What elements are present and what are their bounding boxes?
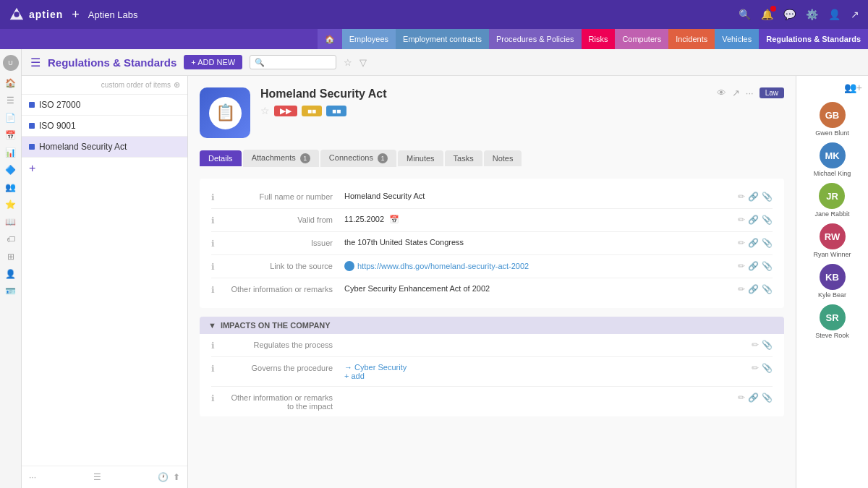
field-info-icon: ℹ [211,393,229,403]
sidebar-chart-icon[interactable]: 📊 [5,147,16,158]
footer-dots-icon[interactable]: ··· [29,472,36,482]
notification-icon[interactable]: 🔔 [761,9,773,20]
attach-icon[interactable]: 📎 [762,215,773,225]
edit-icon[interactable]: ✏ [752,363,759,373]
attach-icon[interactable]: 📎 [762,363,773,373]
expand-icon[interactable]: ↗ [851,9,859,20]
item-label: ISO 27000 [39,100,80,110]
attach-icon[interactable]: 📎 [762,393,773,403]
chat-icon[interactable]: 💬 [783,9,796,20]
field-label: Other information or remarks to the impa… [229,393,344,411]
list-item[interactable]: ISO 27000 [22,95,187,116]
view-icon[interactable]: 👁 [717,87,726,98]
field-actions: ✏ 🔗 📎 [738,284,773,294]
sidebar-people-icon[interactable]: 👥 [5,182,16,192]
tab-home[interactable]: 🏠 [318,29,342,49]
footer-clock-icon[interactable]: 🕐 [158,472,169,482]
edit-icon[interactable]: ✏ [738,284,745,294]
add-procedure-link[interactable]: + add [344,372,365,380]
tab-regulations[interactable]: Regulations & Standards [759,29,868,49]
more-icon[interactable]: ··· [746,87,754,98]
page-header: ☰ Regulations & Standards + ADD NEW ☆ ▽ [22,49,868,76]
field-actions: ✏ 📎 [752,363,773,373]
avatar-name-steve: Steve Rook [815,332,849,339]
sidebar-cal-icon[interactable]: 📅 [5,130,16,140]
sidebar-book-icon[interactable]: 📖 [5,217,16,227]
sidebar-id-icon[interactable]: 🪪 [5,286,16,296]
edit-icon[interactable]: ✏ [738,215,745,225]
settings-icon[interactable]: ⚙️ [806,9,818,20]
user-michael[interactable]: MK Michael King [814,142,851,177]
user-icon[interactable]: 👤 [828,9,841,20]
impact-row-process: ℹ Regulates the process ✏ 📎 [211,334,773,357]
sidebar-grid-icon[interactable]: ⊞ [7,252,14,262]
avatar-steve: SR [820,304,846,330]
search-input[interactable] [250,55,336,69]
edit-icon[interactable]: ✏ [738,393,745,403]
filter-icon[interactable]: ▽ [359,57,367,68]
sidebar-tag-icon[interactable]: 🏷 [7,234,15,244]
footer-export-icon[interactable]: ⬆ [173,472,180,482]
impact-header[interactable]: ▼ IMPACTS ON THE COMPANY [200,317,784,334]
search-icon[interactable]: 🔍 [739,9,751,20]
sidebar-home-icon[interactable]: 🏠 [5,78,16,88]
tab-attachments[interactable]: Attachments 1 [243,150,319,167]
star-filter-icon[interactable]: ☆ [344,57,352,68]
tab-employment[interactable]: Employment contracts [396,29,489,49]
link-icon[interactable]: 🔗 [748,284,759,294]
tab-computers[interactable]: Computers [615,29,668,49]
user-kyle[interactable]: KB Kyle Bear [818,264,846,299]
link-icon[interactable]: 🔗 [748,393,759,403]
edit-icon[interactable]: ✏ [738,238,745,248]
user-jane[interactable]: JR Jane Rabbit [814,183,849,218]
tab-minutes[interactable]: Minutes [398,150,443,166]
tab-procedures[interactable]: Procedures & Policies [489,29,582,49]
edit-icon[interactable]: ✏ [738,261,745,271]
attach-icon[interactable]: 📎 [762,192,773,202]
add-new-button[interactable]: + ADD NEW [184,55,242,69]
sidebar-list-icon[interactable]: ☰ [7,95,14,106]
share-icon[interactable]: ↗ [732,87,740,98]
list-item-active[interactable]: Homeland Security Act [22,137,187,158]
sidebar-doc-icon[interactable]: 📄 [5,113,16,123]
procedure-link[interactable]: Cyber Security [344,363,407,372]
source-link[interactable]: https://www.dhs.gov/homeland-security-ac… [357,262,529,270]
link-icon[interactable]: 🔗 [748,215,759,225]
user-avatar[interactable]: U [3,55,19,71]
link-icon[interactable]: 🔗 [748,238,759,248]
detail-panel: 📋 Homeland Security Act ☆ ▶▶ ■■ ■■ 👁 [188,76,796,488]
add-item-button[interactable]: + [22,158,187,179]
tab-notes[interactable]: Notes [484,150,522,166]
user-ryan[interactable]: RW Ryan Winner [813,223,851,258]
attach-icon[interactable]: 📎 [762,238,773,248]
tab-vehicles[interactable]: Vehicles [715,29,759,49]
add-user-icon[interactable]: 👥+ [844,82,862,93]
field-label: Link to the source [229,262,344,270]
reorder-icon[interactable]: ⊕ [174,80,180,90]
tab-tasks[interactable]: Tasks [445,150,482,166]
link-icon[interactable]: 🔗 [748,261,759,271]
sidebar-person-icon[interactable]: 👤 [5,269,16,279]
tab-connections[interactable]: Connections 1 [320,150,396,167]
link-icon[interactable]: 🔗 [748,192,759,202]
footer-list-icon[interactable]: ☰ [93,472,101,482]
user-steve[interactable]: SR Steve Rook [815,304,849,339]
edit-icon[interactable]: ✏ [752,340,759,350]
field-actions: ✏ 📎 [752,340,773,350]
tab-incidents[interactable]: Incidents [668,29,715,49]
sidebar-star-icon[interactable]: ⭐ [5,200,16,210]
edit-icon[interactable]: ✏ [738,192,745,202]
attach-icon[interactable]: 📎 [762,340,773,350]
field-value: https://www.dhs.gov/homeland-security-ac… [344,261,738,271]
tab-risks[interactable]: Risks [582,29,616,49]
attach-icon[interactable]: 📎 [762,261,773,271]
list-item[interactable]: ISO 9001 [22,116,187,137]
add-icon[interactable]: + [72,7,80,22]
tab-employees[interactable]: Employees [342,29,396,49]
sidebar-org-icon[interactable]: 🔷 [5,165,16,175]
favorite-star[interactable]: ☆ [260,105,270,116]
calendar-icon[interactable]: 📅 [389,215,399,223]
attach-icon[interactable]: 📎 [762,284,773,294]
user-gwen[interactable]: GB Gwen Blunt [815,102,849,137]
tab-details[interactable]: Details [200,150,242,166]
